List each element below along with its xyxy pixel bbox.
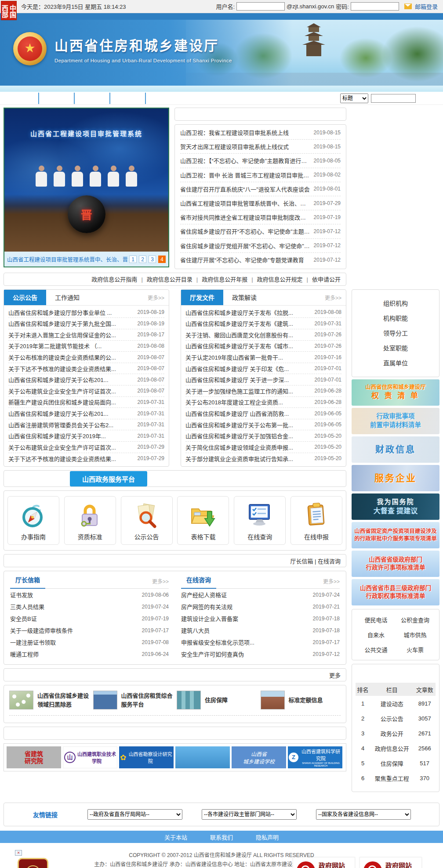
- service-card-guide[interactable]: 办事指南: [7, 496, 59, 545]
- info-disclosure-link[interactable]: 政府信息公开指南: [91, 275, 137, 283]
- convenience-link[interactable]: 城市供热: [396, 630, 435, 639]
- partner-logo-vocational-college[interactable]: 山 山西建筑职业技术学院: [63, 746, 117, 768]
- announcement-title[interactable]: 关于下达不予核准的建设类企业资质结果...: [8, 454, 138, 463]
- news-item-title[interactable]: 山西省工程建设项目审批管理系统晋中、长治、晋城三市正...: [180, 199, 314, 207]
- announcement-title[interactable]: 关于对未退入晋施工企业信用保证金的公...: [8, 331, 138, 339]
- consult-item-title[interactable]: 建筑设计企业入晋备案: [181, 614, 313, 623]
- convenience-link[interactable]: 火车票: [396, 645, 435, 654]
- document-title[interactable]: 山西省住房和城乡建设厅关于公布第一批...: [185, 421, 315, 429]
- announcement-title[interactable]: 关于公布建筑业企业安全生产许可证首次...: [8, 443, 138, 451]
- convenience-link[interactable]: 便民电话: [356, 616, 396, 624]
- sidebar-banner[interactable]: 行政审批事项 前置申请材料清单: [352, 408, 439, 434]
- info-disclosure-link[interactable]: 政府信息公开规定: [247, 275, 302, 283]
- sidebar-banner[interactable]: 我为国务院 大督查 提建议: [352, 493, 439, 520]
- mailbox-item-title[interactable]: 证书发放: [10, 591, 142, 599]
- footer-link-about[interactable]: 关于本站: [164, 833, 187, 841]
- consult-item-title[interactable]: 安全生产许可如何查真伪: [181, 650, 313, 658]
- service-card-online-declare[interactable]: 在线申报: [290, 496, 342, 545]
- sidebar-banner[interactable]: 服务企业: [352, 465, 439, 491]
- service-card-forms-download[interactable]: 表格下载: [177, 496, 229, 545]
- promo-rental-platform[interactable]: 山西省住房租赁综合服务平台: [93, 691, 174, 710]
- sidebar-banner[interactable]: 山西省住房和城乡建设厅 权 责 清 单: [352, 379, 439, 406]
- sidebar-banner[interactable]: 财政信息: [352, 436, 439, 463]
- partner-logo-blank[interactable]: [175, 746, 230, 768]
- carousel-page-1[interactable]: 1: [129, 256, 137, 263]
- announcement-title[interactable]: 山西省注册建筑师管理委员会关于公布2...: [8, 421, 138, 429]
- footer-link-privacy[interactable]: 隐私声明: [256, 833, 279, 841]
- document-title[interactable]: 山西省住房和城乡建设厅 关于印发《危...: [185, 364, 315, 373]
- tab-work-notices[interactable]: 工作通知: [46, 290, 88, 305]
- document-title[interactable]: 关于认定2019年度山西省第一批骨干...: [185, 353, 315, 361]
- document-title[interactable]: 山西省住房和城乡建设厅 关于进一步深...: [185, 375, 315, 384]
- document-title[interactable]: 山西省住房和城乡建设厅关于加强铝合金...: [185, 432, 315, 440]
- top-nav-item-2[interactable]: [39, 93, 75, 104]
- shanxi-service-platform-button[interactable]: 山西政务服务平台: [70, 471, 147, 486]
- org-link[interactable]: 处室职能: [352, 341, 439, 356]
- carousel-caption[interactable]: 山西省工程建设项目审批管理系统晋中、长治、晋城三市正式上线开: [7, 255, 128, 263]
- announcement-title[interactable]: 山西省住房和城乡建设厅关于公布201...: [8, 409, 138, 418]
- org-link[interactable]: 领导分工: [352, 326, 439, 341]
- mailbox-item-title[interactable]: 暖通工程师: [10, 650, 142, 658]
- carousel-page-3[interactable]: 3: [149, 256, 156, 263]
- consult-item-title[interactable]: 申报省级安全标准化示范项...: [181, 638, 313, 646]
- document-title[interactable]: 山西省住房和城乡建设厅 山西省消防救...: [185, 409, 315, 418]
- partner-logo-survey-design[interactable]: ✿ 山西省勘察设计研究院: [119, 746, 174, 768]
- column-cell[interactable]: 住房保障: [370, 756, 414, 771]
- sidebar-banner[interactable]: 山西省省市县三级政府部门 行政职权事项标准清单: [352, 579, 439, 605]
- column-cell[interactable]: 公示公告: [370, 711, 414, 726]
- service-card-qualification[interactable]: 资质标准: [64, 496, 116, 545]
- news-item-title[interactable]: 贺天才出席工程建设项目审批系统上线仪式: [180, 142, 314, 151]
- photo-carousel[interactable]: 山西省工程建设项目审批管理系统 晋 山西省工程建设项目审批管理系统晋中、长治、晋…: [4, 108, 169, 267]
- top-nav-item-4[interactable]: [110, 93, 146, 104]
- mailbox-item-title[interactable]: 关于一级建造师审核条件: [10, 626, 142, 634]
- column-cell[interactable]: 建设动态: [370, 696, 414, 711]
- carousel-page-2[interactable]: 2: [139, 256, 146, 263]
- friend-select-gov-departments[interactable]: --政府及省直各厅局网站--: [87, 809, 182, 820]
- document-title[interactable]: 关于公布2018年度建设工程企业资质...: [185, 398, 315, 406]
- document-title[interactable]: 山西省住房和城乡建设厅关于发布《城市...: [185, 342, 315, 350]
- password-input[interactable]: [351, 2, 399, 11]
- info-disclosure-link[interactable]: 政府信息公开年报: [192, 275, 247, 283]
- news-item-title[interactable]: 山西卫视：我省工程建设项目审批系统上线: [180, 128, 314, 137]
- mailbox-item-title[interactable]: 安全员B证: [10, 614, 142, 623]
- news-item-title[interactable]: 省住房城乡建设厅党组开展“不忘初心、牢记使命”主题教...: [180, 241, 314, 250]
- top-nav-item-1[interactable]: [4, 93, 39, 104]
- news-item-title[interactable]: 山西卫视：【“不忘初心、牢记使命”主题教育进行时】省...: [180, 156, 314, 165]
- info-disclosure-link[interactable]: 政府信息公开目录: [137, 275, 192, 283]
- org-link[interactable]: 机构职能: [352, 311, 439, 326]
- announcement-title[interactable]: 新疆生产建设兵团住房和城乡建设局面向...: [8, 398, 138, 406]
- announcement-title[interactable]: 山西省住房和城乡建设厅关于公布201...: [8, 375, 138, 384]
- announcement-title[interactable]: 关于公布建筑业企业安全生产许可证首次...: [8, 387, 138, 395]
- documents-more-link[interactable]: 更多>>: [325, 294, 346, 301]
- news-item-title[interactable]: 省市对接共同推进全省工程建设项目审批制度改革试点工作: [180, 213, 314, 221]
- service-card-online-query[interactable]: 在线查询: [234, 496, 286, 545]
- news-item-title[interactable]: 省住建厅召开厅直系统庆“八一”退役军人代表座谈会: [180, 185, 314, 193]
- document-title[interactable]: 山西省住房和城乡建设厅关于发布《拉脱...: [185, 308, 315, 317]
- announcements-more-link[interactable]: 更多>>: [148, 294, 169, 301]
- announcement-title[interactable]: 关于2019年第二批建筑节能技术 （...: [8, 342, 138, 350]
- consult-item-title[interactable]: 建筑八大员: [181, 626, 313, 634]
- gov-site-find-error-badge[interactable]: 政府网站找错: [359, 857, 422, 868]
- info-disclosure-link[interactable]: 依申请公开: [303, 275, 341, 283]
- announcement-title[interactable]: 关于下达不予核准的建设类企业资质结果...: [8, 364, 138, 373]
- column-cell[interactable]: 政务公开: [370, 726, 414, 741]
- news-item-title[interactable]: 省住建厅开展“不忘初心、牢记使命”专题党课教育: [180, 256, 314, 264]
- promo-standard-quota[interactable]: 标准定额信息: [261, 691, 341, 710]
- search-input[interactable]: [371, 94, 416, 103]
- partner-logo-building-research[interactable]: 省建筑研究院: [7, 746, 61, 768]
- news-item-title[interactable]: 山西卫视：晋中 长治 晋城三市工程建设项目审批管理系...: [180, 171, 314, 179]
- service-card-announcements[interactable]: 公示公告: [121, 496, 173, 545]
- document-title[interactable]: 关于部分建筑业企业资质审批试行告知承...: [185, 454, 315, 463]
- document-title[interactable]: 关于简化住房城乡建设领域企业资质申报...: [185, 443, 315, 451]
- mailbox-consult-links[interactable]: 厅长信箱 | 在线咨询: [290, 557, 341, 565]
- document-title[interactable]: 山西省住房和城乡建设厅关于发布《建筑...: [185, 319, 315, 328]
- mailbox-more-link[interactable]: 更多>>: [152, 577, 169, 588]
- document-title[interactable]: 关于注销、撤回山西唐是文化创意股份有...: [185, 331, 315, 339]
- consult-item-title[interactable]: 房产网签的有关法规: [181, 602, 313, 611]
- carousel-page-4-active[interactable]: 4: [158, 256, 166, 263]
- org-link[interactable]: 直属单位: [352, 356, 439, 371]
- gov-site-find-error-badge[interactable]: 政府网站找错: [293, 857, 355, 868]
- org-link[interactable]: 组织机构: [352, 296, 439, 311]
- convenience-link[interactable]: 公积金查询: [396, 616, 435, 624]
- footer-link-contact[interactable]: 联系我们: [210, 833, 233, 841]
